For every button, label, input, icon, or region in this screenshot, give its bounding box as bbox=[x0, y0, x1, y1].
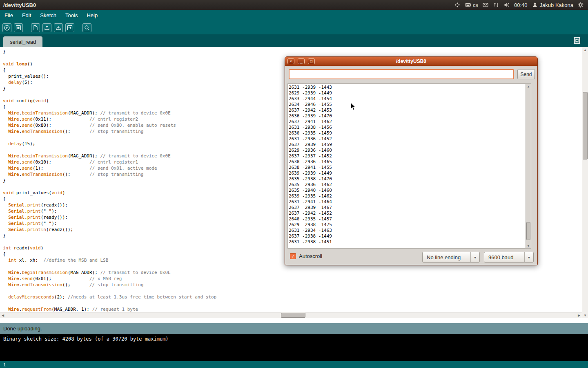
serial-line: 2629 -2938 -1475 bbox=[289, 222, 525, 228]
scroll-up-icon[interactable]: ▲ bbox=[582, 47, 588, 53]
tab-menu-button[interactable] bbox=[573, 37, 581, 44]
scroll-right-icon[interactable]: ▶ bbox=[576, 312, 582, 318]
chevron-down-icon[interactable]: ▾ bbox=[524, 252, 533, 262]
mail-icon bbox=[482, 2, 489, 8]
keyboard-layout-indicator[interactable]: cs bbox=[465, 2, 478, 8]
magnifier-icon bbox=[84, 25, 90, 31]
serial-line: 2631 -2941 -1464 bbox=[289, 199, 525, 205]
serial-line: 2640 -2935 -1457 bbox=[289, 216, 525, 222]
stop-button[interactable] bbox=[14, 23, 23, 32]
session-indicator[interactable] bbox=[577, 2, 584, 8]
stop-square-icon bbox=[15, 25, 22, 31]
serial-line: 2637 -2941 -1462 bbox=[289, 119, 525, 125]
serial-monitor-button[interactable] bbox=[82, 23, 91, 32]
user-indicator[interactable]: Jakub Kakona bbox=[532, 2, 573, 8]
console-text: Binary sketch size: 4208 bytes (of a 307… bbox=[3, 336, 169, 342]
serial-line: 2634 -2946 -1455 bbox=[289, 102, 525, 108]
serial-scroll-thumb[interactable] bbox=[526, 222, 530, 240]
serial-line: 2637 -2942 -1453 bbox=[289, 108, 525, 113]
keyboard-layout-label: cs bbox=[473, 2, 478, 8]
panel-window-title: /dev/ttyUSB0 bbox=[0, 2, 36, 8]
editor-vertical-scrollbar[interactable]: ▲ ▼ bbox=[582, 47, 588, 318]
maximize-icon[interactable]: □ bbox=[308, 58, 315, 64]
mail-indicator[interactable] bbox=[482, 2, 489, 8]
menu-item-tools[interactable]: Tools bbox=[61, 10, 82, 20]
serial-line: 2635 -2936 -1462 bbox=[289, 182, 525, 188]
code-line: Wire.endTransmission(); // stop transmit… bbox=[3, 282, 582, 288]
menu-item-file[interactable]: File bbox=[0, 10, 18, 20]
line-ending-value: No line ending bbox=[423, 254, 470, 260]
serial-line: 2629 -2939 -1449 bbox=[289, 90, 525, 96]
console-output: Binary sketch size: 4208 bytes (of a 307… bbox=[0, 334, 588, 361]
line-number-strip: 1 bbox=[0, 361, 588, 368]
clock-label: 00:40 bbox=[514, 2, 528, 8]
editor-horizontal-scrollbar[interactable]: ◀ ▶ bbox=[0, 312, 582, 318]
editor-hscroll-thumb[interactable] bbox=[281, 313, 305, 318]
chevron-down-icon[interactable]: ▾ bbox=[470, 252, 479, 262]
serial-scrollbar[interactable]: ▲ ▼ bbox=[526, 84, 531, 248]
network-indicator[interactable] bbox=[493, 2, 499, 8]
code-line: delayMicroseconds(2); //needs at least 1… bbox=[3, 294, 582, 300]
username-label: Jakub Kakona bbox=[540, 2, 573, 8]
autoscroll-checkbox[interactable]: ✓ bbox=[290, 253, 296, 259]
clock-indicator[interactable]: 00:40 bbox=[514, 2, 528, 8]
tab-serial-read[interactable]: serial_read bbox=[3, 36, 42, 47]
serial-line: 2629 -2936 -1460 bbox=[289, 148, 525, 153]
speaker-icon bbox=[503, 2, 510, 8]
serial-monitor-title: /dev/ttyUSB0 bbox=[396, 58, 426, 64]
save-sketch-button[interactable] bbox=[54, 23, 63, 32]
gear-icon bbox=[577, 2, 584, 8]
current-line-number: 1 bbox=[3, 362, 6, 367]
save-down-arrow-icon bbox=[55, 25, 62, 31]
open-up-arrow-icon bbox=[44, 25, 50, 31]
code-line: Wire.send(0x01); // x MSB reg bbox=[3, 276, 582, 282]
baud-rate-dropdown[interactable]: 9600 baud ▾ bbox=[484, 252, 534, 263]
new-sketch-button[interactable] bbox=[31, 23, 40, 32]
code-line: Wire.beginTransmission(MAG_ADDR); // tra… bbox=[3, 269, 582, 276]
scroll-down-icon[interactable]: ▼ bbox=[582, 312, 588, 318]
indicator-applet-icon[interactable] bbox=[454, 2, 461, 8]
serial-line: 2637 -2938 -1449 bbox=[289, 233, 525, 239]
menu-item-help[interactable]: Help bbox=[82, 10, 102, 20]
serial-line: 2636 -2939 -1470 bbox=[289, 113, 525, 119]
tab-strip: serial_read bbox=[0, 34, 588, 47]
user-icon bbox=[532, 2, 538, 8]
serial-lines: 2631 -2939 -14432629 -2939 -14492633 -29… bbox=[289, 85, 525, 248]
status-bar: Done uploading. bbox=[0, 323, 588, 334]
keyboard-icon bbox=[465, 2, 471, 8]
verify-button[interactable] bbox=[2, 23, 11, 32]
serial-send-input[interactable] bbox=[289, 69, 514, 79]
code-line bbox=[3, 300, 582, 306]
serial-line: 2639 -2939 -1449 bbox=[289, 171, 525, 176]
serial-line: 2637 -2937 -1452 bbox=[289, 153, 525, 159]
menu-item-sketch[interactable]: Sketch bbox=[36, 10, 61, 20]
scroll-left-icon[interactable]: ◀ bbox=[0, 312, 6, 318]
baud-rate-value: 9600 baud bbox=[484, 254, 524, 260]
serial-line: 2631 -2938 -1456 bbox=[289, 125, 525, 130]
close-icon[interactable]: × bbox=[287, 58, 294, 64]
menu-item-edit[interactable]: Edit bbox=[18, 10, 36, 20]
status-message: Done uploading. bbox=[3, 325, 42, 332]
minimize-icon[interactable]: ▁ bbox=[298, 58, 305, 64]
serial-scroll-down-icon[interactable]: ▼ bbox=[526, 243, 531, 248]
menubar: File Edit Sketch Tools Help bbox=[0, 10, 588, 21]
serial-monitor-titlebar[interactable]: /dev/ttyUSB0 bbox=[285, 57, 537, 66]
code-line: } bbox=[3, 49, 582, 55]
serial-line: 2637 -2942 -1452 bbox=[289, 211, 525, 216]
upload-button[interactable] bbox=[65, 23, 74, 32]
gnome-panel: /dev/ttyUSB0 cs bbox=[0, 0, 588, 10]
send-button[interactable]: Send bbox=[517, 69, 535, 79]
serial-scroll-up-icon[interactable]: ▲ bbox=[526, 84, 531, 89]
line-ending-dropdown[interactable]: No line ending ▾ bbox=[422, 252, 480, 263]
editor-vscroll-thumb[interactable] bbox=[583, 92, 588, 159]
serial-line: 2635 -2938 -1470 bbox=[289, 176, 525, 182]
updown-arrows-icon bbox=[493, 2, 499, 8]
volume-indicator[interactable] bbox=[503, 2, 510, 8]
serial-line: 2639 -2935 -1462 bbox=[289, 193, 525, 199]
toolbar bbox=[0, 21, 588, 34]
open-sketch-button[interactable] bbox=[42, 23, 51, 32]
serial-line: 2637 -2939 -1459 bbox=[289, 142, 525, 148]
serial-monitor-window: /dev/ttyUSB0 × ▁ □ Send 2631 -2939 -1443… bbox=[285, 56, 538, 265]
autoscroll-label: Autoscroll bbox=[299, 253, 322, 259]
code-line: Wire.requestFrom(MAG_ADDR, 1); // reques… bbox=[3, 306, 582, 312]
